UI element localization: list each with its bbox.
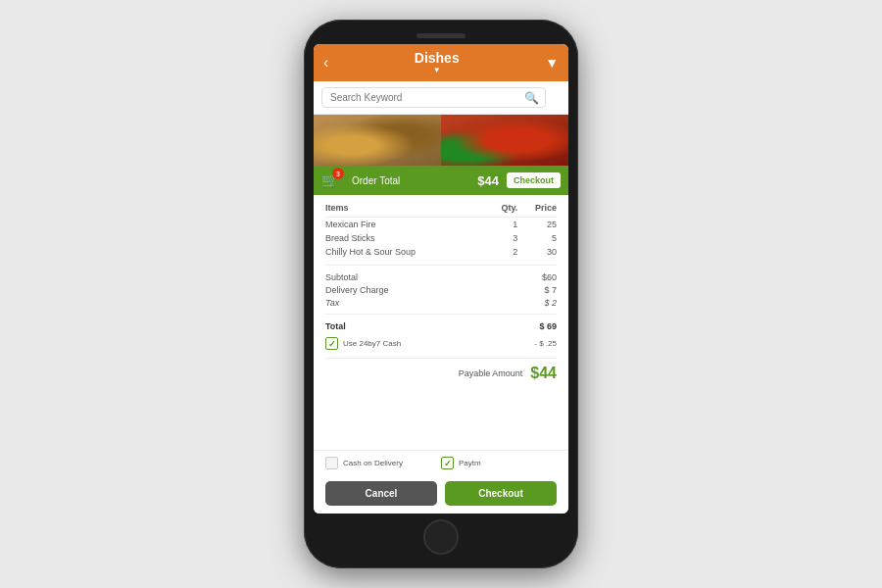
order-total-amount: $44 [477, 173, 499, 188]
tax-label: Tax [325, 298, 339, 308]
search-input[interactable] [321, 87, 546, 108]
order-total-label: Order Total [352, 175, 477, 186]
col-qty: Qty. [488, 203, 517, 218]
item-price: 5 [517, 231, 557, 245]
total-value: $ 69 [539, 321, 557, 331]
paytm-checkbox[interactable] [441, 457, 454, 469]
delivery-label: Delivery Charge [325, 285, 389, 295]
chevron-down-icon: ▼ [433, 67, 441, 74]
table-row: Mexican Fire 1 25 [325, 218, 557, 232]
checkout-button[interactable]: Checkout [445, 481, 557, 506]
filter-icon[interactable]: ▼ [545, 55, 559, 71]
food-banner [314, 115, 568, 166]
app-header: ‹ Dishes ▼ ▼ [314, 44, 568, 81]
item-name: Bread Sticks [325, 231, 488, 245]
use-cash-checkbox[interactable] [325, 337, 338, 350]
cod-checkbox[interactable] [325, 457, 338, 469]
search-bar: 🔍 [314, 81, 568, 115]
delivery-value: $ 7 [544, 285, 557, 295]
tax-row: Tax $ 2 [325, 296, 557, 309]
banner-image-left [314, 115, 441, 166]
item-qty: 3 [488, 231, 517, 245]
tax-value: $ 2 [544, 298, 557, 308]
paytm-label: Paytm [459, 459, 481, 467]
header-title: Dishes ▼ [328, 51, 545, 74]
subtotal-row: Subtotal $60 [325, 270, 557, 283]
cod-label: Cash on Delivery [343, 459, 403, 467]
phone-screen: ‹ Dishes ▼ ▼ 🔍 🛒 3 [314, 44, 568, 514]
cancel-button[interactable]: Cancel [325, 481, 437, 506]
phone-device: ‹ Dishes ▼ ▼ 🔍 🛒 3 [304, 20, 578, 568]
item-price: 30 [517, 245, 557, 259]
banner-image-right [441, 115, 568, 166]
search-icon: 🔍 [524, 91, 539, 105]
order-table: Items Qty. Price Mexican Fire 1 25 Bread… [325, 203, 557, 259]
subtotal-label: Subtotal [325, 272, 358, 282]
payable-row: Payable Amount $44 [325, 358, 557, 382]
total-label: Total [325, 321, 346, 331]
use-cash-discount: - $ .25 [401, 339, 557, 348]
cart-icon: 🛒 3 [321, 172, 338, 188]
item-name: Mexican Fire [325, 218, 488, 232]
cart-bar: 🛒 3 Order Total $44 Checkout [314, 166, 568, 195]
payment-cod: Cash on Delivery [325, 457, 441, 469]
col-items: Items [325, 203, 488, 218]
item-qty: 2 [488, 245, 517, 259]
use-cash-label: Use 24by7 Cash [343, 339, 401, 348]
payment-options: Cash on Delivery Paytm [314, 450, 568, 475]
subtotal-value: $60 [542, 272, 557, 282]
table-row: Bread Sticks 3 5 [325, 231, 557, 245]
item-name: Chilly Hot & Sour Soup [325, 245, 488, 259]
delivery-row: Delivery Charge $ 7 [325, 283, 557, 296]
table-row: Chilly Hot & Sour Soup 2 30 [325, 245, 557, 259]
payable-amount: $44 [530, 365, 557, 382]
item-qty: 1 [488, 218, 517, 232]
payment-paytm: Paytm [441, 457, 557, 469]
order-summary: Items Qty. Price Mexican Fire 1 25 Bread… [314, 195, 568, 450]
phone-speaker [416, 33, 466, 38]
action-buttons: Cancel Checkout [314, 475, 568, 514]
payable-label: Payable Amount [459, 368, 523, 378]
cart-badge: 3 [332, 168, 344, 179]
item-price: 25 [517, 218, 557, 232]
subtotals-section: Subtotal $60 Delivery Charge $ 7 Tax $ 2… [325, 265, 557, 350]
home-button[interactable] [423, 519, 459, 555]
cart-checkout-button[interactable]: Checkout [507, 172, 561, 188]
total-row: Total $ 69 [325, 319, 557, 333]
use-cash-row: Use 24by7 Cash - $ .25 [325, 337, 557, 350]
col-price: Price [517, 203, 557, 218]
